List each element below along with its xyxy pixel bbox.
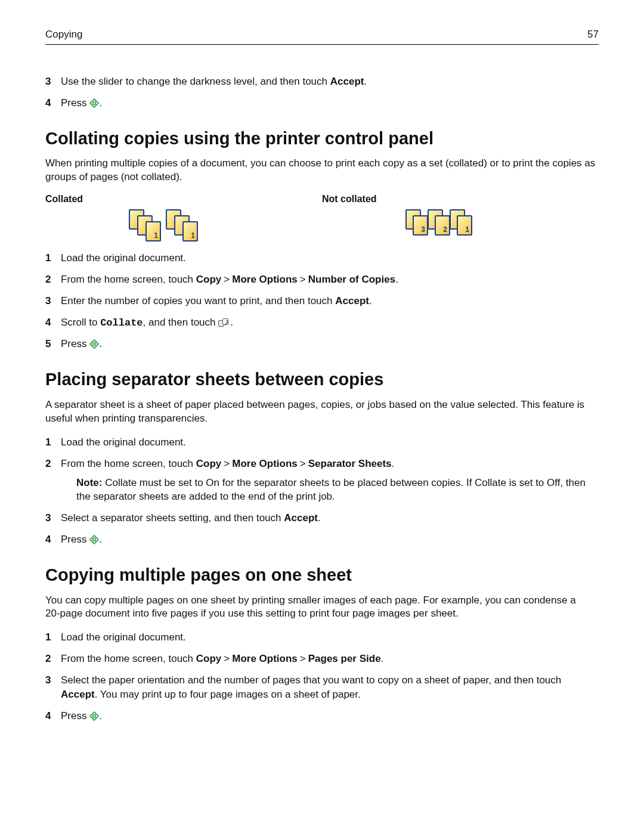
list-item: 2 From the home screen, touch Copy>More … xyxy=(45,652,599,666)
not-collated-column: Not collated 33 22 11 xyxy=(322,194,599,245)
step-number: 3 xyxy=(45,511,51,525)
list-item: 4 Press . xyxy=(45,532,599,547)
step-text: . xyxy=(318,512,321,524)
note: Note: Collate must be set to On for the … xyxy=(76,476,599,504)
step-text: Press xyxy=(61,710,89,721)
list-item: 5 Press . xyxy=(45,337,599,351)
note-label: Note: xyxy=(76,477,102,488)
list-item: 1 Load the original document. xyxy=(45,630,599,645)
list-item: 1 Load the original document. xyxy=(45,435,599,450)
start-icon xyxy=(89,534,99,544)
step-text: Use the slider to change the darkness le… xyxy=(61,76,330,87)
path-part: Copy xyxy=(196,458,222,469)
step-number: 2 xyxy=(45,457,51,471)
collate-steps: 1 Load the original document. 2 From the… xyxy=(45,251,599,351)
step-text: . xyxy=(369,295,372,306)
step-bold: Accept xyxy=(335,295,369,306)
body-text: You can copy multiple pages on one sheet… xyxy=(45,594,599,621)
step-text: From the home screen, touch xyxy=(61,653,196,664)
collated-figure: 321 321 xyxy=(45,209,198,243)
step-text: From the home screen, touch xyxy=(61,274,196,285)
step-bold: Accept xyxy=(61,689,95,700)
step-text: . xyxy=(364,76,367,87)
step-number: 3 xyxy=(45,294,51,308)
body-text: When printing multiple copies of a docum… xyxy=(45,157,599,184)
svg-point-5 xyxy=(93,714,96,717)
path-part: Pages per Side xyxy=(308,653,381,664)
list-item: 2 From the home screen, touch Copy>More … xyxy=(45,272,599,287)
nup-steps: 1 Load the original document. 2 From the… xyxy=(45,630,599,723)
path-part: Copy xyxy=(196,274,222,285)
list-item: 4 Press . xyxy=(45,709,599,723)
list-item: 3 Select a separator sheets setting, and… xyxy=(45,511,599,525)
list-item: 1 Load the original document. xyxy=(45,251,599,265)
step-text: Press xyxy=(61,338,89,349)
step-text: Press xyxy=(61,97,89,109)
step-text: , and then touch xyxy=(143,317,219,328)
step-number: 4 xyxy=(45,315,51,330)
step-text: Load the original document. xyxy=(61,436,186,448)
step-number: 2 xyxy=(45,272,51,287)
step-number: 1 xyxy=(45,435,51,450)
step-number: 3 xyxy=(45,673,51,688)
step-text: . xyxy=(99,338,102,349)
step-number: 2 xyxy=(45,652,51,666)
separator: > xyxy=(221,272,232,287)
step-text: . xyxy=(99,97,102,109)
collated-label: Collated xyxy=(45,194,322,205)
step-text: . xyxy=(381,653,384,664)
step-number: 1 xyxy=(45,251,51,265)
collation-illustration: Collated 321 321 Not collated 33 22 11 xyxy=(45,194,599,245)
step-text: Scroll to xyxy=(61,317,100,328)
step-text: . xyxy=(395,274,398,285)
svg-point-0 xyxy=(93,101,96,104)
page-number: 57 xyxy=(587,29,599,41)
body-text: A separator sheet is a sheet of paper pl… xyxy=(45,398,599,426)
section-name: Copying xyxy=(45,29,82,41)
list-item: 3 Use the slider to change the darkness … xyxy=(45,75,599,89)
step-text: Load the original document. xyxy=(61,631,186,643)
step-text: . xyxy=(230,317,233,328)
step-mono: Collate xyxy=(100,317,143,329)
path-part: Copy xyxy=(196,653,222,664)
step-number: 4 xyxy=(45,709,51,723)
path-part: Separator Sheets xyxy=(308,458,392,469)
collated-column: Collated 321 321 xyxy=(45,194,322,245)
not-collated-label: Not collated xyxy=(322,194,599,205)
start-icon xyxy=(89,98,99,107)
step-number: 4 xyxy=(45,532,51,547)
not-collated-figure: 33 22 11 xyxy=(322,209,473,243)
step-text: Load the original document. xyxy=(61,252,186,264)
step-text: Enter the number of copies you want to p… xyxy=(61,295,335,306)
step-bold: Accept xyxy=(330,76,364,87)
separator: > xyxy=(298,272,308,287)
svg-point-3 xyxy=(93,343,96,346)
step-text: . xyxy=(392,458,395,469)
list-item: 3 Select the paper orientation and the n… xyxy=(45,673,599,702)
list-item: 2 From the home screen, touch Copy>More … xyxy=(45,457,599,504)
page: Copying 57 3 Use the slider to change th… xyxy=(0,0,644,833)
separator-steps: 1 Load the original document. 2 From the… xyxy=(45,435,599,547)
step-text: . You may print up to four page images o… xyxy=(95,689,361,700)
running-header: Copying 57 xyxy=(45,29,599,45)
start-icon xyxy=(89,339,99,348)
list-item: 3 Enter the number of copies you want to… xyxy=(45,294,599,308)
heading-collating: Collating copies using the printer contr… xyxy=(45,128,599,149)
step-text: Select the paper orientation and the num… xyxy=(61,674,561,686)
start-icon xyxy=(89,711,99,720)
path-part: More Options xyxy=(232,274,298,285)
step-bold: Accept xyxy=(284,512,318,524)
svg-point-4 xyxy=(93,538,96,541)
path-part: More Options xyxy=(232,653,298,664)
separator: > xyxy=(298,457,308,471)
heading-separator: Placing separator sheets between copies xyxy=(45,369,599,390)
toggle-icon xyxy=(218,317,230,325)
separator: > xyxy=(221,652,232,666)
list-item: 4 Press . xyxy=(45,96,599,110)
intro-steps: 3 Use the slider to change the darkness … xyxy=(45,75,599,110)
step-text: . xyxy=(99,534,102,545)
note-text: Collate must be set to On for the separa… xyxy=(76,477,586,503)
step-text: Select a separator sheets setting, and t… xyxy=(61,512,284,524)
path-part: More Options xyxy=(232,458,298,469)
step-text: From the home screen, touch xyxy=(61,458,196,469)
